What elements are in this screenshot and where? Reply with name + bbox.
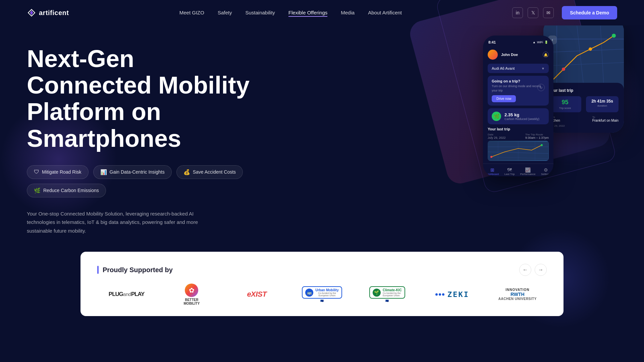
time-label: The Trip Route — [525, 133, 549, 136]
trip-map-mini-svg — [488, 142, 548, 160]
sponsor-zeki: ZEKI — [423, 286, 481, 303]
climate-icon-row: 🌱 Climate-KIC Co-funded by the European … — [373, 288, 402, 297]
linkedin-icon[interactable]: in — [512, 7, 523, 18]
climate-text-block: Climate-KIC Co-funded by the European Un… — [383, 288, 402, 297]
supported-title: Proudly Supported by — [97, 266, 173, 274]
carbon-section: 🌿 2.35 kg Carbon Reduced (weekly) — [488, 108, 549, 124]
trip-map-thumbnail — [488, 141, 549, 161]
trip-duration-card: 2h 41m 35s duration — [586, 96, 619, 112]
email-icon[interactable]: ✉ — [543, 7, 554, 18]
climate-sub: Co-funded by the — [383, 292, 402, 294]
drive-now-button[interactable]: Drive now — [492, 95, 516, 102]
nav-safety[interactable]: Safety — [218, 10, 232, 15]
urban-mobility-sub2: European Union — [315, 294, 338, 297]
trip-meta: Date July 29, 2022 The Trip Route 9:30am… — [488, 133, 549, 139]
feature-badges: 🛡 Mitigate Road Risk 📊 Gain Data-Centric… — [27, 165, 255, 197]
svg-point-9 — [562, 68, 565, 71]
zeki-dot-2 — [439, 293, 441, 296]
sponsor-climate-kic: 🌱 Climate-KIC Co-funded by the European … — [358, 286, 416, 303]
climate-kic-logo: 🌱 Climate-KIC Co-funded by the European … — [369, 286, 405, 302]
nav-settings[interactable]: ⚙ Settings — [541, 167, 551, 176]
notification-icon: 🔔 — [543, 52, 549, 58]
phone-bottom-nav: ⊞ Dashboard 🗺 Last Trip 📈 Performance ⚙ … — [483, 164, 553, 176]
carbon-value: 2.35 kg — [504, 112, 539, 117]
trip-prompt-section: Going on a trip? Turn on our driving mod… — [488, 76, 549, 106]
urban-mobility-badge: 🚌 Urban Mobility Co-funded by the Europe… — [302, 286, 342, 299]
climate-name: Climate-KIC — [383, 288, 402, 292]
nav-media[interactable]: Media — [341, 10, 355, 15]
badge-mitigate-label: Mitigate Road Risk — [42, 169, 82, 175]
phone-main-mockup: 8:41 ▲WiFi🔋 John Doe 🔔 Audi A6 Avant ▼ G… — [483, 36, 553, 176]
svg-point-11 — [612, 34, 616, 38]
hero-section: ‹ Your last trip 95 Trip score 2h 41m 35… — [0, 25, 644, 235]
phone-status-icons: ▲WiFi🔋 — [533, 41, 548, 44]
eu-flag-2: 🇪🇺 — [385, 299, 389, 302]
leaf-icon: 🌿 — [34, 187, 41, 194]
nav-performance[interactable]: 📈 Performance — [520, 167, 536, 176]
hero-description: Your One-stop Connected Mobility Solutio… — [27, 209, 201, 235]
svg-point-20 — [541, 144, 543, 146]
car-selector[interactable]: Audi A6 Avant ▼ — [488, 64, 549, 73]
supported-header: Proudly Supported by ← → — [97, 264, 547, 276]
phone-time: 8:41 — [488, 40, 496, 44]
to-location: To Frankfurt on Main — [592, 116, 619, 122]
zeki-text: ZEKI — [447, 290, 469, 299]
map-content: ‹ Your last trip 95 Trip score 2h 41m 35… — [543, 25, 624, 133]
map-panel-title: Your last trip — [549, 88, 619, 93]
trip-time-col: The Trip Route 9:30am – 1:37pm — [525, 133, 549, 139]
nav-sustainability[interactable]: Sustainability — [245, 10, 275, 15]
sponsor-plugandplay: PLUGandPLAY — [97, 286, 156, 303]
trip-duration-label: duration — [590, 104, 614, 107]
innovation-text: INNOVATION — [498, 288, 537, 292]
phone-status-bar: 8:41 ▲WiFi🔋 — [483, 36, 553, 47]
carousel-prev-button[interactable]: ← — [519, 264, 531, 276]
site-logo[interactable]: artificent — [27, 8, 69, 17]
rwth-text: RWTH AACHEN UNIVERSITY — [498, 292, 537, 301]
title-accent-bar — [97, 266, 99, 274]
badge-accident-label: Save Accident Costs — [193, 169, 236, 175]
hero-title: Next-Gen Connected Mobility Platform on … — [27, 46, 255, 152]
climate-kic-badge: 🌱 Climate-KIC Co-funded by the European … — [369, 286, 405, 299]
main-nav: artificent Meet GIZO Safety Sustainabili… — [0, 0, 644, 25]
hero-content: Next-Gen Connected Mobility Platform on … — [27, 46, 255, 235]
urban-mobility-icon-row: 🚌 Urban Mobility Co-funded by the Europe… — [305, 288, 338, 297]
nav-last-trip[interactable]: 🗺 Last Trip — [504, 167, 515, 176]
carousel-nav: ← → — [519, 264, 547, 276]
zeki-logo: ZEKI — [435, 290, 469, 299]
trip-prompt-sub: Turn on our driving mode and record your… — [492, 84, 545, 93]
nav-dashboard[interactable]: ⊞ Dashboard — [486, 167, 499, 176]
zeki-dots — [435, 293, 444, 296]
user-name: John Doe — [501, 53, 518, 57]
better-mobility-text: BETTERMOBILITY — [184, 298, 200, 305]
social-icons: in 𝕏 ✉ — [512, 7, 554, 18]
badge-accident: 💰 Save Accident Costs — [176, 165, 243, 179]
car-model: Audi A6 Avant — [492, 66, 515, 70]
carbon-icon: 🌿 — [492, 112, 501, 121]
trip-date-col: Date July 29, 2022 — [488, 133, 506, 139]
nav-about[interactable]: About Artificent — [368, 10, 402, 15]
hero-title-line3: Platform on — [27, 98, 161, 125]
twitter-icon[interactable]: 𝕏 — [528, 7, 538, 18]
better-mobility-icon: ✿ — [185, 284, 198, 297]
nav-meet-gizo[interactable]: Meet GIZO — [179, 10, 204, 15]
innovation-rwth-logo: INNOVATION RWTH AACHEN UNIVERSITY — [498, 288, 537, 301]
last-trip-section: Your last trip Date July 29, 2022 The Tr… — [488, 127, 549, 161]
map-trip-date: July 29, 2022 — [549, 124, 619, 127]
supported-section: Proudly Supported by ← → PLUGandPLAY ✿ B… — [80, 252, 564, 316]
phone-profile: John Doe 🔔 — [483, 47, 553, 62]
last-trip-title: Your last trip — [488, 127, 549, 131]
hero-title-line2: Connected Mobility — [27, 72, 250, 99]
sponsors-row: PLUGandPLAY ✿ BETTERMOBILITY eXIST — [97, 286, 547, 303]
urban-mobility-sub: Co-funded by the — [315, 292, 338, 294]
user-avatar — [488, 50, 498, 60]
nav-right: in 𝕏 ✉ Schedule a Demo — [512, 6, 617, 19]
better-mobility-logo: ✿ BETTERMOBILITY — [184, 284, 200, 305]
svg-point-19 — [490, 156, 492, 158]
exist-text: eXIST — [247, 290, 267, 299]
nav-flexible-offerings[interactable]: Flexible Offerings — [288, 10, 327, 17]
carousel-next-button[interactable]: → — [535, 264, 547, 276]
schedule-demo-button[interactable]: Schedule a Demo — [562, 6, 617, 19]
badge-carbon: 🌿 Reduce Carbon Emissions — [27, 184, 106, 197]
supported-section-wrapper: Proudly Supported by ← → PLUGandPLAY ✿ B… — [0, 252, 644, 316]
shield-icon: 🛡 — [34, 169, 39, 175]
